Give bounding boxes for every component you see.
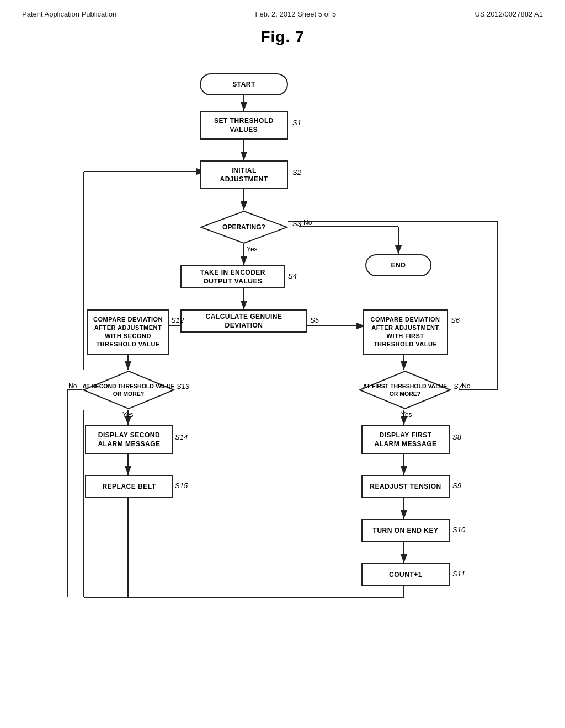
s3-node: OPERATING? [200, 210, 288, 244]
s9-label: S9 [452, 481, 461, 490]
s15-node: REPLACE BELT [85, 475, 173, 498]
header-left: Patent Application Publication [22, 10, 116, 18]
s4-node: TAKE IN ENCODER OUTPUT VALUES [180, 265, 285, 288]
s7-label: S7 [454, 382, 462, 390]
s3-no-label: No [303, 219, 312, 227]
s4-label: S4 [288, 272, 297, 280]
s13-label: S13 [177, 382, 189, 390]
s13-yes-label: Yes [122, 411, 134, 419]
header-right: US 2012/0027882 A1 [475, 10, 543, 18]
flowchart: START SET THRESHOLD VALUES S1 INITIAL AD… [56, 51, 509, 702]
s10-label: S10 [452, 526, 465, 534]
s3-label: S3 [292, 220, 301, 228]
s1-label: S1 [292, 119, 301, 127]
s2-label: S2 [292, 168, 301, 176]
s3-yes-label: Yes [247, 245, 258, 253]
s6-label: S6 [451, 316, 460, 324]
s11-node: COUNT+1 [361, 563, 450, 586]
start-node: START [200, 73, 288, 95]
s8-node: DISPLAY FIRST ALARM MESSAGE [361, 425, 450, 454]
s12-label: S12 [171, 316, 184, 324]
s7-node: AT FIRST THRESHOLD VALUE OR MORE? [359, 370, 451, 410]
s11-label: S11 [452, 570, 465, 578]
s2-node: INITIAL ADJUSTMENT [200, 160, 288, 189]
s10-node: TURN ON END KEY [361, 519, 450, 542]
s1-node: SET THRESHOLD VALUES [200, 111, 288, 140]
page-header: Patent Application Publication Feb. 2, 2… [0, 0, 565, 18]
s12-node: COMPARE DEVIATION AFTER ADJUSTMENT WITH … [87, 309, 169, 355]
s13-node: AT SECOND THRESHOLD VALUE OR MORE? [82, 370, 175, 410]
s14-node: DISPLAY SECOND ALARM MESSAGE [85, 425, 173, 454]
s9-node: READJUST TENSION [361, 475, 450, 498]
header-center: Feb. 2, 2012 Sheet 5 of 5 [255, 10, 336, 18]
s5-node: CALCULATE GENUINE DEVIATION [180, 309, 307, 333]
end-node: END [365, 254, 431, 276]
figure-title: Fig. 7 [0, 28, 565, 46]
s7-yes-label: Yes [401, 411, 412, 419]
s13-no-label: No [68, 382, 77, 390]
s15-label: S15 [175, 481, 188, 490]
s5-label: S5 [310, 316, 319, 324]
s8-label: S8 [452, 433, 461, 441]
s6-node: COMPARE DEVIATION AFTER ADJUSTMENT WITH … [363, 309, 448, 355]
s7-no-label: No [462, 382, 470, 390]
s14-label: S14 [175, 433, 188, 441]
